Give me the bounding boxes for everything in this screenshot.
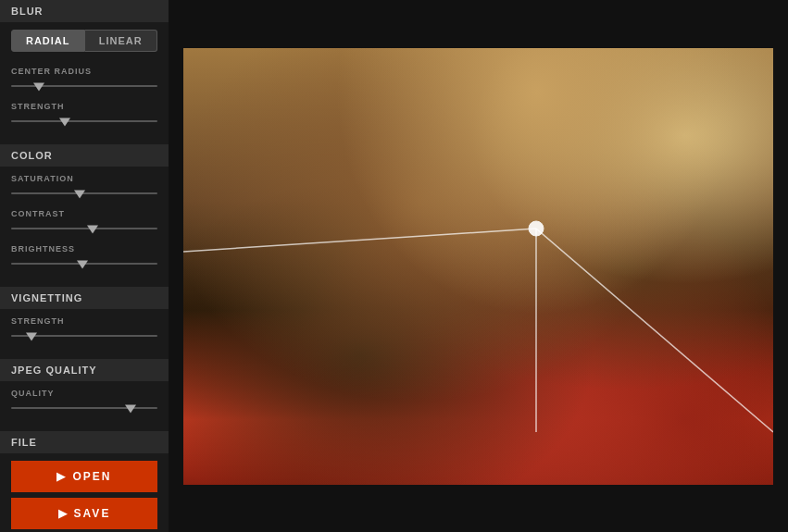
quality-thumb[interactable] (125, 404, 136, 413)
blur-section-header: BLUR (0, 0, 169, 22)
brightness-label: BRIGHTNESS (11, 244, 157, 254)
saturation-row: SATURATION (11, 174, 157, 200)
save-label: SAVE (74, 507, 111, 520)
center-radius-track[interactable] (11, 80, 157, 93)
saturation-thumb[interactable] (74, 190, 85, 198)
vignetting-strength-track[interactable] (11, 329, 157, 342)
photo-background (183, 48, 773, 485)
photo-display (183, 48, 773, 485)
blur-controls: CENTER RADIUS STRENGTH (0, 59, 169, 144)
brightness-thumb[interactable] (77, 260, 88, 268)
center-radius-label: CENTER RADIUS (11, 67, 157, 76)
blur-strength-row: STRENGTH (11, 102, 157, 128)
blur-strength-line (11, 120, 157, 122)
contrast-row: CONTRAST (11, 209, 157, 235)
center-radius-thumb[interactable] (33, 82, 44, 91)
blur-mode-buttons: RADIAL LINEAR (0, 22, 169, 59)
save-button[interactable]: ▶ SAVE (11, 498, 157, 529)
file-actions: ▶ OPEN ▶ SAVE (0, 453, 169, 532)
contrast-label: CONTRAST (11, 209, 157, 218)
sidebar: BLUR RADIAL LINEAR CENTER RADIUS STRENGT… (0, 0, 169, 532)
color-section-header: COLOR (0, 144, 169, 167)
saturation-track[interactable] (11, 187, 157, 200)
contrast-thumb[interactable] (87, 225, 98, 233)
quality-label: QUALITY (11, 389, 157, 398)
main-image-area (169, 0, 788, 532)
open-arrow-icon: ▶ (56, 470, 67, 483)
blur-strength-thumb[interactable] (59, 118, 70, 126)
blur-strength-track[interactable] (11, 115, 157, 128)
linear-button[interactable]: LINEAR (85, 30, 158, 52)
open-label: OPEN (72, 470, 111, 483)
vignetting-strength-row: STRENGTH (11, 316, 157, 342)
brightness-row: BRIGHTNESS (11, 244, 157, 270)
brightness-track[interactable] (11, 257, 157, 270)
save-arrow-icon: ▶ (58, 507, 69, 520)
image-container (183, 48, 773, 485)
contrast-track[interactable] (11, 222, 157, 235)
vignetting-controls: STRENGTH (0, 309, 169, 359)
quality-controls: QUALITY (0, 381, 169, 431)
quality-row: QUALITY (11, 389, 157, 414)
color-controls: SATURATION CONTRAST BRIGHTNESS (0, 167, 169, 287)
contrast-line (11, 228, 157, 229)
saturation-label: SATURATION (11, 174, 157, 183)
jpeg-quality-section-header: JPEG QUALITY (0, 359, 169, 381)
vignetting-section-header: VIGNETTING (0, 287, 169, 309)
open-button[interactable]: ▶ OPEN (11, 461, 157, 492)
blur-strength-label: STRENGTH (11, 102, 157, 111)
vignetting-strength-label: STRENGTH (11, 316, 157, 326)
quality-track[interactable] (11, 402, 157, 414)
radial-button[interactable]: RADIAL (11, 30, 85, 52)
center-radius-row: CENTER RADIUS (11, 67, 157, 93)
vignetting-strength-thumb[interactable] (26, 332, 37, 340)
file-section-header: FILE (0, 431, 169, 453)
